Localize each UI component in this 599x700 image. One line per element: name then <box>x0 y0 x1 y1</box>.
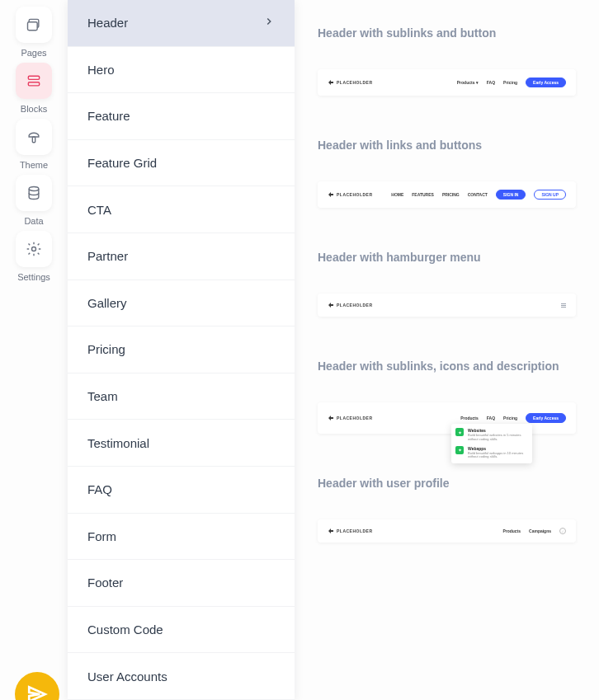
block-option[interactable]: Header with hamburger menuPLACEHOLDER <box>295 224 599 333</box>
theme-icon <box>16 119 52 155</box>
category-label: User Accounts <box>87 669 167 684</box>
nav-link: Pricing <box>503 80 517 85</box>
signup-button: SIGN UP <box>534 190 566 200</box>
nav-item-data[interactable]: Data <box>16 175 52 226</box>
svg-rect-4 <box>32 137 35 143</box>
logo-text: PLACEHOLDER <box>337 80 373 85</box>
nav-link: Products <box>460 416 479 420</box>
block-preview: PLACEHOLDER <box>318 294 576 317</box>
category-team[interactable]: Team <box>68 373 295 420</box>
category-form[interactable]: Form <box>68 514 295 561</box>
block-option[interactable]: Header with user profilePLACEHOLDERProdu… <box>295 450 599 559</box>
chevron-down-icon: ▾ <box>476 80 479 85</box>
block-option[interactable]: Header with sublinks and buttonPLACEHOLD… <box>295 0 599 112</box>
category-feature[interactable]: Feature <box>68 93 295 140</box>
category-testimonial[interactable]: Testimonial <box>68 420 295 467</box>
category-feature-grid[interactable]: Feature Grid <box>68 140 295 187</box>
category-label: Gallery <box>87 296 127 310</box>
nav-link: Pricing <box>503 416 517 420</box>
block-title: Header with sublinks, icons and descript… <box>318 359 576 373</box>
category-label: Partner <box>87 249 128 263</box>
category-label: Feature <box>87 109 130 123</box>
category-label: Footer <box>87 576 123 590</box>
blocks-icon <box>16 63 52 99</box>
category-faq[interactable]: FAQ <box>68 467 295 514</box>
nav-item-theme[interactable]: Theme <box>16 119 52 170</box>
block-title: Header with hamburger menu <box>318 251 576 264</box>
block-title: Header with user profile <box>318 477 576 490</box>
category-label: CTA <box>87 203 111 217</box>
nav-link: PRICING <box>442 192 460 197</box>
category-label: Hero <box>87 63 115 77</box>
nav-label: Blocks <box>21 104 47 114</box>
logo-text: PLACEHOLDER <box>337 529 373 533</box>
settings-icon <box>16 231 52 267</box>
nav-label: Pages <box>21 48 46 58</box>
block-list: Header with sublinks and buttonPLACEHOLD… <box>295 0 599 700</box>
nav-label: Settings <box>17 272 50 282</box>
logo-icon <box>328 415 334 421</box>
logo-text: PLACEHOLDER <box>337 192 373 197</box>
logo-text: PLACEHOLDER <box>337 416 373 420</box>
nav-label: Theme <box>20 160 48 170</box>
category-pricing[interactable]: Pricing <box>68 327 295 373</box>
logo-text: PLACEHOLDER <box>337 303 373 308</box>
category-label: Form <box>87 529 116 543</box>
nav-item-pages[interactable]: Pages <box>16 7 52 58</box>
logo-icon <box>328 191 334 198</box>
category-custom-code[interactable]: Custom Code <box>68 607 295 654</box>
cta-button: Early Access <box>526 78 566 87</box>
category-user-accounts[interactable]: User Accounts <box>68 653 295 700</box>
block-option[interactable]: Header with sublinks, icons and descript… <box>295 333 599 450</box>
pages-icon <box>16 7 52 43</box>
dropdown-menu: ✦WebsitesBuild beautiful websites in 5 m… <box>451 424 532 463</box>
cta-button: Early Access <box>526 413 566 423</box>
category-panel: HeaderHeroFeatureFeature GridCTAPartnerG… <box>68 0 295 700</box>
nav-item-blocks[interactable]: Blocks <box>16 63 52 114</box>
nav-link: FAQ <box>487 80 495 85</box>
dropdown-item: ✦WebappsBuild beautiful webapps in 10 mi… <box>455 446 528 460</box>
hamburger-icon <box>561 303 566 308</box>
category-partner[interactable]: Partner <box>68 233 295 280</box>
category-gallery[interactable]: Gallery <box>68 280 295 327</box>
category-header[interactable]: Header <box>68 0 295 47</box>
nav-rail: PagesBlocksThemeDataSettings <box>0 0 68 700</box>
svg-rect-1 <box>28 22 38 31</box>
logo-icon <box>328 302 334 308</box>
block-option[interactable]: Header with links and buttonsPLACEHOLDER… <box>295 112 599 224</box>
block-title: Header with sublinks and button <box>318 26 576 40</box>
logo: PLACEHOLDER <box>328 415 373 421</box>
category-label: Pricing <box>87 342 125 356</box>
category-label: Custom Code <box>87 622 163 637</box>
logo: PLACEHOLDER <box>328 191 373 198</box>
category-label: Header <box>87 16 128 30</box>
dropdown-item-icon: ✦ <box>455 446 464 454</box>
nav-link: Products ▾ <box>457 80 479 85</box>
block-preview: PLACEHOLDERProducts ▾FAQPricingEarly Acc… <box>318 69 576 96</box>
category-footer[interactable]: Footer <box>68 560 295 607</box>
category-cta[interactable]: CTA <box>68 186 295 233</box>
svg-rect-3 <box>28 82 39 86</box>
logo-icon <box>328 79 334 86</box>
logo: PLACEHOLDER <box>328 302 373 308</box>
chevron-right-icon <box>263 16 275 30</box>
dropdown-item-icon: ✦ <box>455 428 464 436</box>
logo-icon <box>328 528 334 534</box>
block-preview: PLACEHOLDERHOMEFEATURESPRICINGCONTACTSIG… <box>318 181 576 208</box>
signin-button: SIGN IN <box>496 190 526 200</box>
paper-plane-icon <box>26 684 48 700</box>
nav-link: FAQ <box>487 416 495 420</box>
category-label: Team <box>87 389 118 403</box>
nav-link: Products <box>502 529 521 533</box>
category-hero[interactable]: Hero <box>68 47 295 94</box>
block-title: Header with links and buttons <box>318 139 576 152</box>
nav-link: Campaigns <box>529 529 551 533</box>
nav-item-settings[interactable]: Settings <box>16 231 52 282</box>
nav-link: CONTACT <box>468 192 488 197</box>
category-label: Testimonial <box>87 436 149 450</box>
dropdown-item-title: Webapps <box>468 446 528 451</box>
nav-label: Data <box>24 216 43 226</box>
dropdown-item-desc: Build beautiful websites in 5 minutes wi… <box>468 434 528 442</box>
logo: PLACEHOLDER <box>328 528 373 534</box>
category-label: Feature Grid <box>87 156 157 170</box>
